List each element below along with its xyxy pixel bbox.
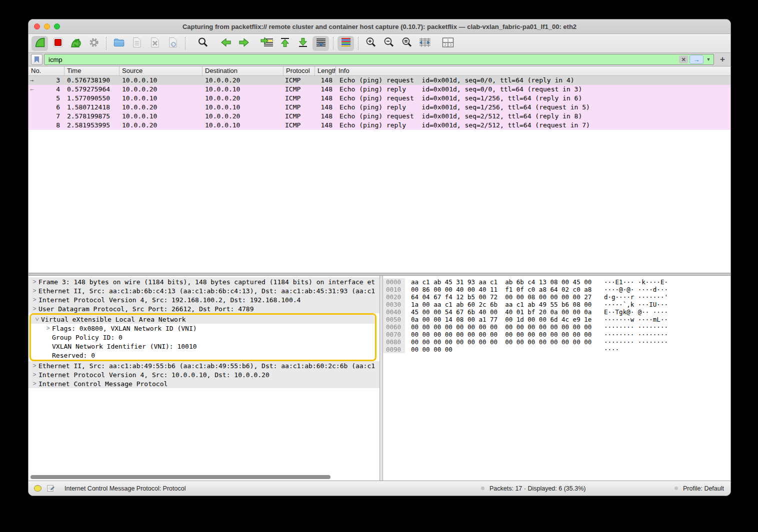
filter-bookmark-button[interactable] xyxy=(31,54,42,65)
collapsed-chevron-icon[interactable]: > xyxy=(30,380,38,387)
detail-row-vxlan-flags[interactable]: > Flags: 0x0800, VXLAN Network ID (VNI) xyxy=(31,324,375,333)
vertical-splitter[interactable] xyxy=(380,276,383,481)
detail-row-vxlan[interactable]: > Virtual eXtensible Local Area Network xyxy=(31,315,375,324)
cell-protocol: ICMP xyxy=(283,121,314,130)
minimize-window-button[interactable] xyxy=(44,23,50,29)
hex-bytes: 00 00 00 00 00 00 00 00 00 00 00 00 00 0… xyxy=(411,331,604,338)
wireshark-window: Capturing from packetflix:// remote clus… xyxy=(28,19,731,496)
filter-clear-button[interactable]: ✕ xyxy=(679,55,688,63)
hex-bytes: 1a 00 aa c1 ab 60 2c 6b aa c1 ab 49 55 b… xyxy=(411,301,604,308)
detail-row-vxlan-group-policy[interactable]: Group Policy ID: 0 xyxy=(31,333,375,342)
zoom-window-button[interactable] xyxy=(54,23,60,29)
zoom-in-icon xyxy=(365,36,377,50)
svg-text:2: 2 xyxy=(444,42,446,46)
cell-info: Echo (ping) reply id=0x001d, seq=2/512, … xyxy=(336,121,730,130)
close-window-button[interactable] xyxy=(34,23,40,29)
shark-fin-icon xyxy=(34,36,46,50)
auto-scroll-button[interactable] xyxy=(312,36,329,51)
column-header-time[interactable]: Time xyxy=(64,66,119,75)
hex-ascii: ···· xyxy=(604,346,619,353)
collapsed-chevron-icon[interactable]: > xyxy=(30,287,38,294)
collapsed-chevron-icon[interactable]: > xyxy=(30,362,38,369)
cell-no: 5 xyxy=(56,94,60,102)
hex-row[interactable]: 004045 00 00 54 67 6b 40 00 40 01 bf 20 … xyxy=(383,308,730,316)
column-header-source[interactable]: Source xyxy=(119,66,202,75)
start-capture-button[interactable] xyxy=(32,36,48,51)
open-file-button[interactable] xyxy=(110,36,127,51)
close-document-icon xyxy=(150,36,160,50)
display-filter-input[interactable] xyxy=(48,55,679,64)
collapsed-chevron-icon[interactable]: > xyxy=(44,325,52,332)
zoom-original-button[interactable] xyxy=(398,36,415,51)
filter-apply-button[interactable]: → xyxy=(690,55,704,64)
reload-document-icon xyxy=(168,36,178,50)
find-packet-button[interactable] xyxy=(194,36,211,51)
hex-row[interactable]: 002064 04 67 f4 12 b5 00 72 00 00 08 00 … xyxy=(383,293,730,301)
hex-ascii: ·······w ····mL·· xyxy=(604,316,668,323)
cell-no: 7 xyxy=(56,112,60,120)
packet-row-4[interactable]: ←4 0.579275964 10.0.0.20 10.0.0.10 ICMP … xyxy=(28,85,730,94)
profile-text[interactable]: Profile: Default xyxy=(683,485,724,492)
hex-row[interactable]: 009000 00 00 00···· xyxy=(383,346,730,353)
cell-destination: 10.0.0.10 xyxy=(202,103,283,112)
packet-row-8[interactable]: 8 2.581953995 10.0.0.20 10.0.0.10 ICMP 1… xyxy=(28,121,730,130)
reload-file-button[interactable] xyxy=(164,36,181,51)
detail-text: Frame 3: 148 bytes on wire (1184 bits), … xyxy=(38,278,375,286)
go-to-packet-button[interactable] xyxy=(258,36,275,51)
hex-row[interactable]: 008000 00 00 00 00 00 00 00 00 00 00 00 … xyxy=(383,338,730,346)
first-packet-button[interactable] xyxy=(276,36,293,51)
detail-row-icmp[interactable]: > Internet Control Message Protocol xyxy=(28,379,380,388)
collapsed-chevron-icon[interactable]: > xyxy=(30,305,38,312)
hex-row[interactable]: 0000aa c1 ab 45 31 93 aa c1 ab 6b c4 13 … xyxy=(383,278,730,286)
resize-columns-button[interactable] xyxy=(416,36,433,51)
zoom-in-button[interactable] xyxy=(362,36,379,51)
hex-row[interactable]: 00301a 00 aa c1 ab 60 2c 6b aa c1 ab 49 … xyxy=(383,301,730,308)
detail-row-ipv4-inner[interactable]: > Internet Protocol Version 4, Src: 10.0… xyxy=(28,370,380,379)
hex-ascii: E··Tgk@· @·· ···· xyxy=(604,308,668,316)
packet-row-5[interactable]: 5 1.577090550 10.0.0.10 10.0.0.20 ICMP 1… xyxy=(28,94,730,103)
hex-row[interactable]: 006000 00 00 00 00 00 00 00 00 00 00 00 … xyxy=(383,323,730,331)
column-header-length[interactable]: Length xyxy=(314,66,336,75)
capture-options-button[interactable] xyxy=(86,36,102,51)
detail-row-ipv4-outer[interactable]: > Internet Protocol Version 4, Src: 192.… xyxy=(28,295,380,304)
stop-capture-button[interactable] xyxy=(50,36,66,51)
save-file-button[interactable] xyxy=(128,36,145,51)
last-packet-button[interactable] xyxy=(294,36,311,51)
layout-button[interactable]: 123 xyxy=(440,36,456,51)
close-file-button[interactable] xyxy=(146,36,163,51)
restart-capture-button[interactable] xyxy=(68,36,84,51)
expert-info-icon[interactable] xyxy=(34,485,42,492)
cell-protocol: ICMP xyxy=(283,112,314,121)
detail-row-vxlan-vni[interactable]: VXLAN Network Identifier (VNI): 10010 xyxy=(31,342,375,351)
collapsed-chevron-icon[interactable]: > xyxy=(30,296,38,303)
colorize-button[interactable] xyxy=(338,36,354,51)
next-packet-button[interactable] xyxy=(236,36,252,51)
add-filter-button[interactable]: + xyxy=(717,54,728,64)
collapsed-chevron-icon[interactable]: > xyxy=(30,278,38,285)
collapsed-chevron-icon[interactable]: > xyxy=(30,371,38,378)
detail-row-frame[interactable]: > Frame 3: 148 bytes on wire (1184 bits)… xyxy=(28,277,380,286)
display-filter-field[interactable]: ✕ → ▼ xyxy=(44,54,714,65)
detail-row-ethernet-outer[interactable]: > Ethernet II, Src: aa:c1:ab:6b:c4:13 (a… xyxy=(28,286,380,295)
packet-row-6[interactable]: 6 1.580712418 10.0.0.20 10.0.0.10 ICMP 1… xyxy=(28,103,730,112)
hex-row[interactable]: 00500a 00 00 14 08 00 a1 77 00 1d 00 00 … xyxy=(383,316,730,323)
detail-row-udp[interactable]: > User Datagram Protocol, Src Port: 2661… xyxy=(28,304,380,313)
hex-row[interactable]: 007000 00 00 00 00 00 00 00 00 00 00 00 … xyxy=(383,331,730,338)
column-header-protocol[interactable]: Protocol xyxy=(283,66,314,75)
hex-bytes: aa c1 ab 45 31 93 aa c1 ab 6b c4 13 08 0… xyxy=(411,278,604,286)
filter-history-caret-icon[interactable]: ▼ xyxy=(705,57,712,62)
packet-row-3[interactable]: →3 0.576738190 10.0.0.10 10.0.0.20 ICMP … xyxy=(28,76,730,85)
column-header-no[interactable]: No. xyxy=(28,66,64,75)
column-header-info[interactable]: Info xyxy=(336,66,730,75)
zoom-out-button[interactable] xyxy=(380,36,397,51)
previous-packet-button[interactable] xyxy=(218,36,234,51)
details-horizontal-scrollbar[interactable] xyxy=(30,475,330,479)
expanded-chevron-icon[interactable]: > xyxy=(34,315,40,323)
detail-row-ethernet-inner[interactable]: > Ethernet II, Src: aa:c1:ab:49:55:b6 (a… xyxy=(28,361,380,370)
capture-comment-icon[interactable] xyxy=(47,485,54,492)
hex-row[interactable]: 001000 86 00 00 40 00 40 11 f1 0f c0 a8 … xyxy=(383,286,730,293)
column-header-destination[interactable]: Destination xyxy=(202,66,283,75)
cell-info: Echo (ping) request id=0x001d, seq=0/0, … xyxy=(336,76,730,85)
packet-row-7[interactable]: 7 2.578199875 10.0.0.10 10.0.0.20 ICMP 1… xyxy=(28,112,730,121)
detail-row-vxlan-reserved[interactable]: Reserved: 0 xyxy=(31,351,375,360)
